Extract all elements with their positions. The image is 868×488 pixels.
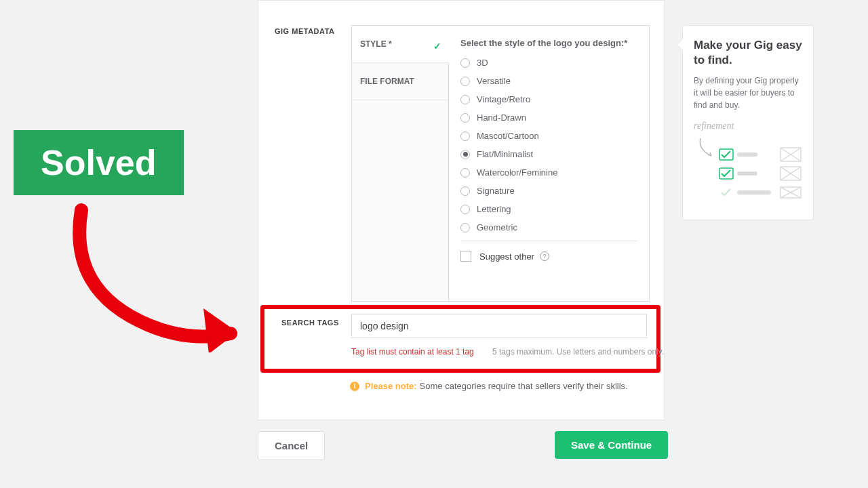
style-label: Vintage/Retro bbox=[477, 94, 530, 104]
style-label: Watercolor/Feminine bbox=[477, 167, 557, 178]
red-arrow-overlay bbox=[54, 203, 258, 352]
radio-icon[interactable] bbox=[460, 186, 470, 196]
tags-error-text: Tag list must contain at least 1 tag bbox=[351, 347, 474, 357]
svg-rect-4 bbox=[737, 171, 757, 176]
style-radio-hand-drawn[interactable]: Hand-Drawn bbox=[460, 113, 637, 123]
style-radio-vintage-retro[interactable]: Vintage/Retro bbox=[460, 94, 637, 104]
radio-icon[interactable] bbox=[460, 95, 470, 104]
radio-icon[interactable] bbox=[460, 131, 470, 141]
tab-file-format[interactable]: FILE FORMAT bbox=[352, 63, 448, 100]
style-radio-signature[interactable]: Signature bbox=[460, 186, 637, 196]
check-icon: ✓ bbox=[433, 41, 441, 52]
tip-arrow-icon bbox=[677, 39, 683, 50]
please-note-row: i Please note: Some categories require t… bbox=[350, 381, 628, 391]
style-radio-watercolor-feminine[interactable]: Watercolor/Feminine bbox=[460, 167, 637, 178]
divider bbox=[460, 241, 637, 241]
info-icon: i bbox=[350, 382, 359, 391]
style-label: Geometric bbox=[477, 222, 517, 232]
style-label: Hand-Drawn bbox=[477, 113, 526, 123]
search-tags-input[interactable] bbox=[351, 314, 647, 338]
style-radio-geometric[interactable]: Geometric bbox=[460, 222, 637, 232]
style-label: Mascot/Cartoon bbox=[477, 131, 539, 141]
note-text: Some categories require that sellers ver… bbox=[420, 381, 628, 391]
radio-icon[interactable] bbox=[460, 168, 470, 178]
metadata-box: STYLE * ✓ FILE FORMAT Select the style o… bbox=[351, 25, 650, 302]
style-radio-lettering[interactable]: Lettering bbox=[460, 204, 637, 214]
suggest-other-label: Suggest other bbox=[479, 251, 534, 262]
tip-handwriting: refinement bbox=[694, 121, 802, 131]
checkbox-icon[interactable] bbox=[460, 251, 471, 262]
suggest-other-row[interactable]: Suggest other ? bbox=[460, 251, 637, 262]
radio-icon[interactable] bbox=[460, 150, 470, 159]
help-icon[interactable]: ? bbox=[540, 251, 549, 261]
style-label: Signature bbox=[477, 186, 515, 196]
gig-metadata-label: GIG METADATA bbox=[275, 27, 335, 35]
style-heading: Select the style of the logo you design:… bbox=[460, 38, 637, 48]
solved-overlay-badge: Solved bbox=[14, 130, 184, 195]
note-bold: Please note: bbox=[365, 381, 417, 391]
tip-text: By defining your Gig properly it will be… bbox=[694, 75, 802, 111]
style-label: Lettering bbox=[477, 204, 511, 214]
svg-rect-6 bbox=[737, 190, 771, 195]
radio-icon[interactable] bbox=[460, 223, 470, 232]
radio-icon[interactable] bbox=[460, 58, 470, 68]
radio-icon[interactable] bbox=[460, 113, 470, 123]
tab-file-format-label: FILE FORMAT bbox=[360, 77, 414, 86]
radio-icon[interactable] bbox=[460, 205, 470, 214]
save-continue-button[interactable]: Save & Continue bbox=[555, 431, 668, 459]
svg-rect-1 bbox=[737, 152, 757, 157]
cancel-button[interactable]: Cancel bbox=[258, 431, 325, 460]
style-label: 3D bbox=[477, 58, 488, 68]
style-label: Versatile bbox=[477, 76, 511, 86]
tip-illustration bbox=[694, 136, 802, 203]
style-radio-flat-minimalist[interactable]: Flat/Minimalist bbox=[460, 149, 637, 159]
tab-style[interactable]: STYLE * ✓ bbox=[352, 26, 449, 63]
tags-hint-text: 5 tags maximum. Use letters and numbers … bbox=[492, 347, 664, 357]
search-tags-label: SEARCH TAGS bbox=[281, 319, 339, 327]
radio-icon[interactable] bbox=[460, 77, 470, 86]
style-radio-versatile[interactable]: Versatile bbox=[460, 76, 637, 86]
metadata-sidebar: STYLE * ✓ FILE FORMAT bbox=[352, 26, 449, 301]
style-radio-mascot-cartoon[interactable]: Mascot/Cartoon bbox=[460, 131, 637, 141]
tip-title: Make your Gig easy to find. bbox=[694, 38, 802, 68]
style-label: Flat/Minimalist bbox=[477, 149, 533, 159]
tab-style-label: STYLE * bbox=[360, 39, 392, 49]
tip-card: Make your Gig easy to find. By defining … bbox=[682, 25, 814, 220]
style-radio-3d[interactable]: 3D bbox=[460, 58, 637, 68]
